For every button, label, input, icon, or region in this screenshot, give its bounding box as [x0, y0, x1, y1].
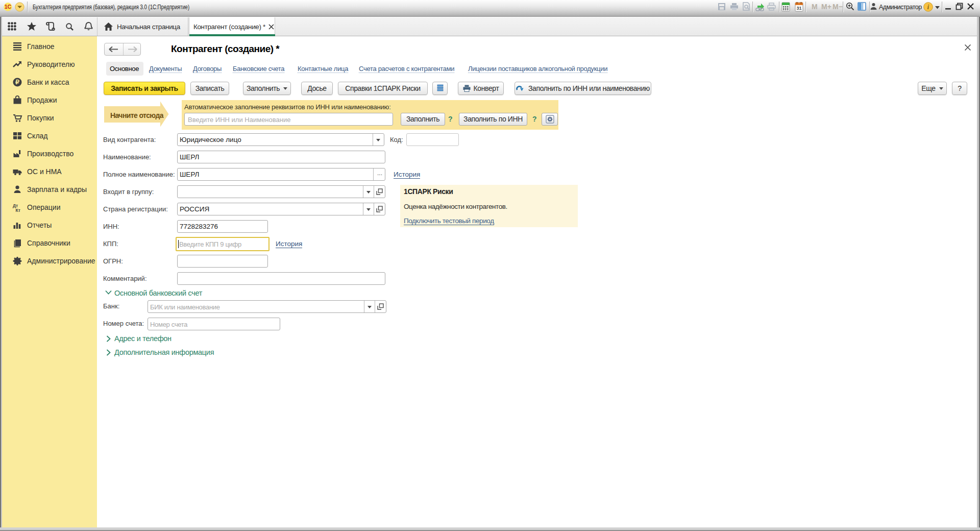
svg-text:1С: 1С — [5, 4, 12, 10]
svg-text:31: 31 — [796, 6, 801, 11]
svg-text:₽: ₽ — [15, 79, 19, 86]
svg-text:Кт: Кт — [16, 208, 20, 213]
